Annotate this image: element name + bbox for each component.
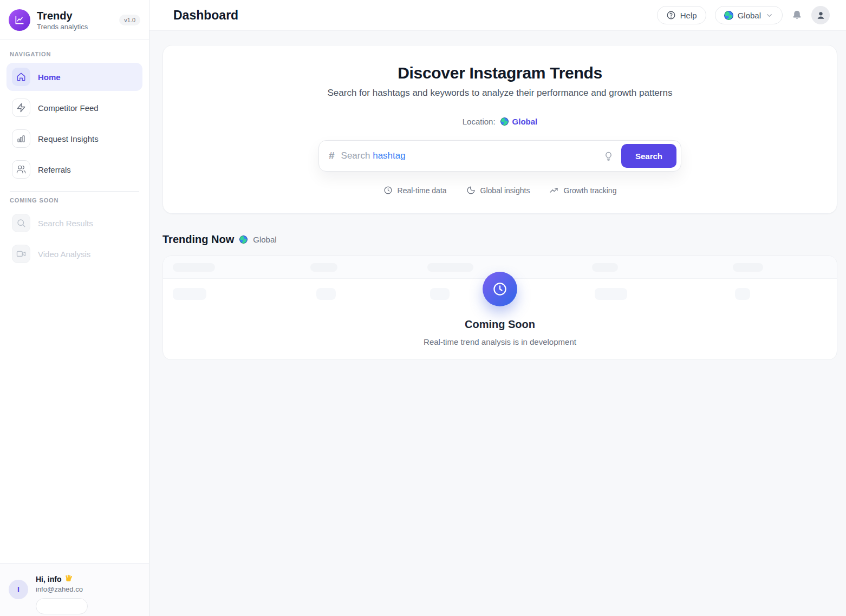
sidebar-item-request-insights[interactable]: Request Insights bbox=[6, 124, 142, 153]
feature-label: Global insights bbox=[480, 186, 530, 195]
clock-icon bbox=[492, 281, 508, 297]
users-icon bbox=[12, 160, 30, 179]
zap-icon bbox=[12, 99, 30, 117]
feature-global-insights: Global insights bbox=[466, 186, 530, 195]
app-tagline: Trends analytics bbox=[37, 23, 113, 31]
sidebar-item-label: Video Analysis bbox=[38, 250, 90, 259]
question-circle-icon bbox=[666, 10, 676, 20]
notifications-button[interactable] bbox=[791, 10, 803, 21]
trending-table-card: Coming Soon Real-time trend analysis is … bbox=[162, 255, 837, 360]
region-selector[interactable]: Global bbox=[715, 6, 783, 24]
feature-growth-tracking: Growth tracking bbox=[549, 186, 616, 195]
globe-icon bbox=[239, 235, 248, 244]
bar-chart-icon bbox=[12, 129, 30, 148]
brand-header: Trendy Trends analytics v1.0 bbox=[0, 0, 149, 40]
version-badge: v1.0 bbox=[119, 15, 140, 25]
user-email: info@zahed.co bbox=[36, 585, 88, 593]
sidebar-user-panel: I Hi, info info@zahed.co bbox=[0, 563, 149, 616]
sidebar-divider bbox=[10, 191, 139, 192]
globe-icon bbox=[724, 11, 733, 20]
sidebar-item-label: Home bbox=[38, 73, 61, 82]
trending-header: Trending Now Global bbox=[162, 233, 837, 246]
user-greeting: Hi, info bbox=[36, 575, 61, 584]
moon-icon bbox=[466, 186, 476, 195]
coming-soon-subtitle: Real-time trend analysis is in developme… bbox=[424, 337, 576, 346]
feature-label: Real-time data bbox=[398, 186, 447, 195]
location-label: Location: bbox=[463, 117, 496, 126]
content: Discover Instagram Trends Search for has… bbox=[149, 31, 846, 616]
trending-region-label: Global bbox=[253, 235, 276, 244]
sidebar-item-label: Competitor Feed bbox=[38, 103, 99, 113]
help-button[interactable]: Help bbox=[657, 6, 706, 24]
hash-icon: # bbox=[329, 150, 335, 162]
hero-subtitle: Search for hashtags and keywords to anal… bbox=[163, 88, 837, 99]
feature-label: Growth tracking bbox=[563, 186, 616, 195]
coming-soon-title: Coming Soon bbox=[465, 318, 535, 331]
coming-soon-badge bbox=[483, 272, 517, 306]
nav-section-label: NAVIGATION bbox=[6, 48, 142, 63]
search-button[interactable]: Search bbox=[621, 144, 676, 168]
page-title: Dashboard bbox=[173, 8, 238, 23]
sidebar-item-referrals[interactable]: Referrals bbox=[6, 155, 142, 184]
search-placeholder-prefix: Search bbox=[341, 150, 373, 161]
sidebar-item-label: Referrals bbox=[38, 165, 71, 174]
feature-real-time-data: Real-time data bbox=[383, 186, 447, 195]
sidebar-item-video-analysis: Video Analysis bbox=[6, 240, 142, 268]
search-bar: # Search hashtag Search bbox=[318, 140, 681, 172]
account-menu-button[interactable] bbox=[811, 6, 830, 24]
coming-soon-overlay: Coming Soon Real-time trend analysis is … bbox=[163, 256, 837, 359]
sidebar-item-competitor-feed[interactable]: Competitor Feed bbox=[6, 94, 142, 122]
home-icon bbox=[12, 68, 30, 86]
globe-icon bbox=[500, 117, 509, 126]
hero-card: Discover Instagram Trends Search for has… bbox=[162, 45, 837, 214]
app-logo bbox=[9, 9, 30, 31]
help-button-label: Help bbox=[680, 11, 697, 20]
sidebar-item-home[interactable]: Home bbox=[6, 63, 142, 91]
waving-hand-icon bbox=[64, 574, 74, 584]
sidebar-item-label: Search Results bbox=[38, 219, 93, 228]
trending-title: Trending Now bbox=[162, 233, 234, 246]
sidebar: Trendy Trends analytics v1.0 NAVIGATION … bbox=[0, 0, 149, 616]
location-row: Location: Global bbox=[163, 117, 837, 126]
sidebar-nav: NAVIGATION Home Competitor Feed Request … bbox=[0, 40, 149, 271]
trending-up-icon bbox=[549, 186, 558, 195]
region-selector-label: Global bbox=[738, 11, 761, 20]
topbar: Dashboard Help Global bbox=[149, 0, 846, 31]
line-chart-icon bbox=[14, 15, 25, 25]
sidebar-item-search-results: Search Results bbox=[6, 209, 142, 237]
coming-soon-section-label: COMING SOON bbox=[6, 194, 142, 209]
location-value[interactable]: Global bbox=[500, 117, 538, 126]
suggestion-lightbulb-button[interactable] bbox=[603, 151, 614, 161]
chevron-down-icon bbox=[765, 11, 773, 19]
user-avatar[interactable]: I bbox=[9, 580, 28, 599]
location-value-label: Global bbox=[512, 117, 538, 126]
video-camera-icon bbox=[12, 245, 30, 263]
feature-list: Real-time data Global insights Growth tr… bbox=[163, 186, 837, 195]
search-input[interactable]: Search hashtag bbox=[341, 150, 603, 161]
bell-icon bbox=[791, 10, 803, 21]
search-icon bbox=[12, 214, 30, 232]
search-placeholder-highlight: hashtag bbox=[373, 150, 406, 161]
hero-title: Discover Instagram Trends bbox=[163, 64, 837, 82]
app-window: Trendy Trends analytics v1.0 NAVIGATION … bbox=[0, 0, 846, 616]
sidebar-item-label: Request Insights bbox=[38, 134, 99, 143]
clock-icon bbox=[383, 186, 393, 195]
app-name: Trendy bbox=[37, 10, 113, 22]
main-area: Dashboard Help Global bbox=[149, 0, 846, 616]
user-action-button[interactable] bbox=[36, 598, 88, 614]
person-icon bbox=[816, 10, 826, 21]
